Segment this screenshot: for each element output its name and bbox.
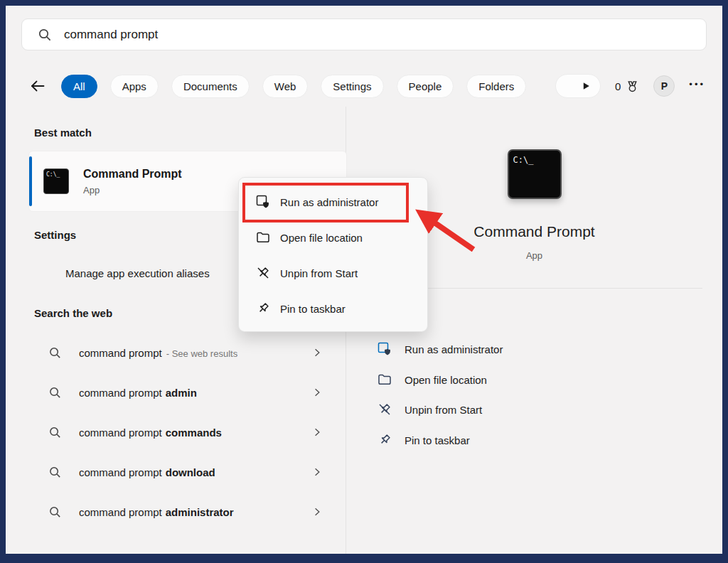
search-icon [48,505,62,519]
action-label: Pin to taskbar [405,434,470,446]
more-filters-button[interactable] [555,74,601,98]
suggestion-base: command prompt [79,427,162,439]
web-suggestion-download[interactable]: command promptdownload [28,452,333,492]
web-suggestion-admin[interactable]: command promptadmin [28,372,333,412]
tab-documents[interactable]: Documents [171,75,250,98]
settings-heading: Settings [34,229,76,241]
web-suggestion-commands[interactable]: command promptcommands [28,412,333,452]
best-match-heading: Best match [34,127,92,139]
tab-people[interactable]: People [397,75,454,98]
menu-item-label: Open file location [280,232,363,244]
rewards-count: 0 [615,80,621,92]
suggestion-base: command prompt [79,387,162,399]
menu-item-unpin-from-start[interactable]: Unpin from Start [239,255,427,291]
suggestion-base: command prompt [79,506,162,518]
folder-icon [378,372,392,387]
unpin-icon [378,402,392,417]
chevron-right-icon[interactable] [311,427,323,438]
search-icon [48,346,62,360]
search-query-text: command prompt [64,28,158,42]
preview-action-pin-to-taskbar[interactable]: Pin to taskbar [346,425,722,455]
suggestion-bold: administrator [166,506,234,518]
search-the-web-heading: Search the web [34,307,112,319]
suggestion-text: command promptadmin [79,387,197,399]
action-label: Unpin from Start [405,404,482,416]
tab-apps[interactable]: Apps [110,75,159,98]
more-options-button[interactable]: ••• [689,79,705,94]
search-icon [48,386,62,400]
suggestion-text: command prompt- See web results [79,347,237,359]
search-icon [38,28,52,42]
suggestion-base: command prompt [79,347,162,359]
best-match-title: Command Prompt [83,168,182,181]
suggestion-bold: commands [166,427,222,439]
suggestion-text: command promptdownload [79,466,215,478]
filter-tabs-row: All Apps Documents Web Settings People F… [27,71,705,101]
suggestion-bold: admin [166,387,197,399]
suggestion-bold: download [166,466,215,478]
command-prompt-icon-large: C:\_ [508,149,562,199]
chevron-right-icon[interactable] [311,506,323,518]
back-arrow-icon [29,77,46,95]
preview-action-run-as-administrator[interactable]: Run as administrator [346,334,722,364]
suggestion-text: command promptadministrator [79,506,234,518]
best-match-subtitle: App [83,185,182,195]
rewards-button[interactable]: 0 [615,80,639,93]
back-button[interactable] [27,75,48,97]
tab-web[interactable]: Web [262,75,309,98]
web-suggestion-see-results[interactable]: command prompt- See web results [28,333,333,372]
selection-accent-bar [29,156,32,206]
action-label: Run as administrator [405,343,503,355]
chevron-right-icon[interactable] [311,387,323,398]
search-icon [48,466,62,479]
search-input[interactable]: command prompt [21,18,707,50]
unpin-icon [256,266,270,280]
menu-item-label: Unpin from Start [280,267,358,279]
tab-folders[interactable]: Folders [466,75,526,98]
suggestion-note: - See web results [166,348,237,359]
command-prompt-icon: C:\_ [43,168,69,194]
windows-search-window: command prompt All Apps Documents Web Se… [0,0,728,563]
account-avatar[interactable]: P [653,75,675,97]
rewards-icon [626,80,639,93]
suggestion-base: command prompt [79,466,162,478]
avatar-initial: P [661,80,668,92]
menu-item-open-file-location[interactable]: Open file location [239,220,427,255]
menu-item-label: Pin to taskbar [280,303,346,315]
tab-all[interactable]: All [61,75,97,98]
play-icon [580,80,592,92]
tabs-right-cluster: 0 P ••• [555,74,705,98]
cmd-icon-glyph: C:\_ [513,155,534,165]
web-suggestion-administrator[interactable]: command promptadministrator [28,492,333,532]
preview-action-unpin-from-start[interactable]: Unpin from Start [346,395,722,424]
run-as-administrator-icon [256,195,270,209]
chevron-right-icon[interactable] [311,347,323,358]
menu-item-run-as-administrator[interactable]: Run as administrator [239,184,427,220]
search-icon [48,426,62,439]
pin-icon [256,301,270,316]
preview-action-open-file-location[interactable]: Open file location [346,365,722,395]
action-label: Open file location [405,374,487,386]
menu-item-pin-to-taskbar[interactable]: Pin to taskbar [239,291,427,326]
context-menu: Run as administrator Open file location … [238,177,428,332]
folder-icon [256,230,270,245]
tab-settings[interactable]: Settings [321,75,383,98]
cmd-icon-glyph: C:\_ [46,171,60,178]
best-match-meta: Command Prompt App [83,168,182,195]
chevron-right-icon[interactable] [311,466,323,478]
pin-icon [378,433,392,447]
run-as-administrator-icon [378,342,392,356]
menu-item-label: Run as administrator [280,196,378,208]
suggestion-text: command promptcommands [79,427,222,439]
